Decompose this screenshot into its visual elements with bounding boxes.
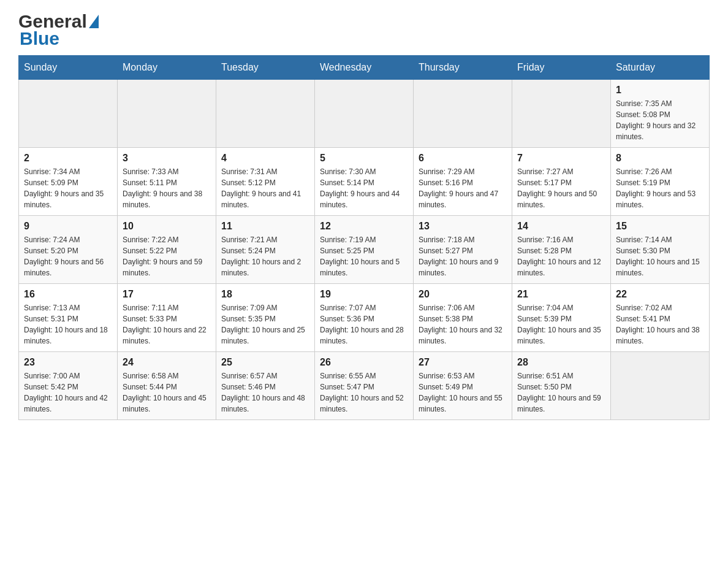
day-number: 16 xyxy=(24,289,112,300)
day-number: 8 xyxy=(616,153,704,164)
day-info: Sunrise: 7:35 AMSunset: 5:08 PMDaylight:… xyxy=(616,98,704,142)
calendar-cell: 11Sunrise: 7:21 AMSunset: 5:24 PMDayligh… xyxy=(216,216,315,284)
day-number: 2 xyxy=(24,153,112,164)
weekday-header-saturday: Saturday xyxy=(611,56,710,80)
day-number: 27 xyxy=(419,357,507,368)
day-info: Sunrise: 7:30 AMSunset: 5:14 PMDaylight:… xyxy=(320,166,408,210)
calendar-week-row: 9Sunrise: 7:24 AMSunset: 5:20 PMDaylight… xyxy=(19,216,710,284)
logo-triangle-icon xyxy=(89,15,99,28)
calendar-week-row: 16Sunrise: 7:13 AMSunset: 5:31 PMDayligh… xyxy=(19,284,710,352)
day-number: 4 xyxy=(221,153,309,164)
day-info: Sunrise: 7:02 AMSunset: 5:41 PMDaylight:… xyxy=(616,302,704,347)
calendar-cell: 19Sunrise: 7:07 AMSunset: 5:36 PMDayligh… xyxy=(315,284,414,352)
calendar-cell: 5Sunrise: 7:30 AMSunset: 5:14 PMDaylight… xyxy=(315,148,414,216)
day-number: 9 xyxy=(24,221,112,232)
day-info: Sunrise: 7:34 AMSunset: 5:09 PMDaylight:… xyxy=(24,166,112,210)
day-number: 5 xyxy=(320,153,408,164)
weekday-header-thursday: Thursday xyxy=(414,56,512,80)
calendar-cell: 8Sunrise: 7:26 AMSunset: 5:19 PMDaylight… xyxy=(611,148,710,216)
day-info: Sunrise: 7:31 AMSunset: 5:12 PMDaylight:… xyxy=(221,166,309,210)
calendar-cell: 9Sunrise: 7:24 AMSunset: 5:20 PMDaylight… xyxy=(19,216,118,284)
calendar-week-row: 23Sunrise: 7:00 AMSunset: 5:42 PMDayligh… xyxy=(19,352,710,420)
day-info: Sunrise: 7:24 AMSunset: 5:20 PMDaylight:… xyxy=(24,234,112,278)
calendar-cell xyxy=(216,80,315,148)
day-number: 25 xyxy=(221,357,309,368)
calendar-cell: 12Sunrise: 7:19 AMSunset: 5:25 PMDayligh… xyxy=(315,216,414,284)
day-info: Sunrise: 7:26 AMSunset: 5:19 PMDaylight:… xyxy=(616,166,704,210)
calendar-cell: 26Sunrise: 6:55 AMSunset: 5:47 PMDayligh… xyxy=(315,352,414,420)
day-info: Sunrise: 7:13 AMSunset: 5:31 PMDaylight:… xyxy=(24,302,112,347)
calendar-cell xyxy=(512,80,611,148)
calendar-cell: 16Sunrise: 7:13 AMSunset: 5:31 PMDayligh… xyxy=(19,284,118,352)
day-number: 18 xyxy=(221,289,309,300)
day-info: Sunrise: 6:57 AMSunset: 5:46 PMDaylight:… xyxy=(221,370,309,415)
day-info: Sunrise: 7:14 AMSunset: 5:30 PMDaylight:… xyxy=(616,234,704,278)
day-info: Sunrise: 7:22 AMSunset: 5:22 PMDaylight:… xyxy=(123,234,211,278)
day-number: 19 xyxy=(320,289,408,300)
day-info: Sunrise: 7:04 AMSunset: 5:39 PMDaylight:… xyxy=(517,302,605,347)
day-number: 3 xyxy=(123,153,211,164)
weekday-header-wednesday: Wednesday xyxy=(315,56,414,80)
day-number: 6 xyxy=(419,153,507,164)
day-info: Sunrise: 6:53 AMSunset: 5:49 PMDaylight:… xyxy=(419,370,507,415)
day-number: 7 xyxy=(517,153,605,164)
day-number: 21 xyxy=(517,289,605,300)
calendar-table: SundayMondayTuesdayWednesdayThursdayFrid… xyxy=(18,55,710,420)
day-number: 24 xyxy=(123,357,211,368)
day-number: 13 xyxy=(419,221,507,232)
calendar-cell: 2Sunrise: 7:34 AMSunset: 5:09 PMDaylight… xyxy=(19,148,118,216)
day-info: Sunrise: 6:51 AMSunset: 5:50 PMDaylight:… xyxy=(517,370,605,415)
calendar-cell: 15Sunrise: 7:14 AMSunset: 5:30 PMDayligh… xyxy=(611,216,710,284)
day-info: Sunrise: 7:21 AMSunset: 5:24 PMDaylight:… xyxy=(221,234,309,278)
day-number: 15 xyxy=(616,221,704,232)
day-info: Sunrise: 6:55 AMSunset: 5:47 PMDaylight:… xyxy=(320,370,408,415)
calendar-cell: 27Sunrise: 6:53 AMSunset: 5:49 PMDayligh… xyxy=(414,352,512,420)
day-info: Sunrise: 7:07 AMSunset: 5:36 PMDaylight:… xyxy=(320,302,408,347)
day-info: Sunrise: 7:06 AMSunset: 5:38 PMDaylight:… xyxy=(419,302,507,347)
day-info: Sunrise: 7:09 AMSunset: 5:35 PMDaylight:… xyxy=(221,302,309,347)
day-number: 23 xyxy=(24,357,112,368)
calendar-cell: 3Sunrise: 7:33 AMSunset: 5:11 PMDaylight… xyxy=(118,148,216,216)
calendar-cell: 14Sunrise: 7:16 AMSunset: 5:28 PMDayligh… xyxy=(512,216,611,284)
day-info: Sunrise: 7:18 AMSunset: 5:27 PMDaylight:… xyxy=(419,234,507,278)
day-number: 11 xyxy=(221,221,309,232)
calendar-cell: 4Sunrise: 7:31 AMSunset: 5:12 PMDaylight… xyxy=(216,148,315,216)
calendar-cell xyxy=(315,80,414,148)
page-header: General Blue xyxy=(18,12,710,49)
calendar-cell: 25Sunrise: 6:57 AMSunset: 5:46 PMDayligh… xyxy=(216,352,315,420)
calendar-cell: 10Sunrise: 7:22 AMSunset: 5:22 PMDayligh… xyxy=(118,216,216,284)
calendar-cell: 13Sunrise: 7:18 AMSunset: 5:27 PMDayligh… xyxy=(414,216,512,284)
calendar-cell: 23Sunrise: 7:00 AMSunset: 5:42 PMDayligh… xyxy=(19,352,118,420)
calendar-cell: 20Sunrise: 7:06 AMSunset: 5:38 PMDayligh… xyxy=(414,284,512,352)
weekday-header-tuesday: Tuesday xyxy=(216,56,315,80)
calendar-cell xyxy=(611,352,710,420)
day-number: 20 xyxy=(419,289,507,300)
calendar-week-row: 1Sunrise: 7:35 AMSunset: 5:08 PMDaylight… xyxy=(19,80,710,148)
calendar-header-row: SundayMondayTuesdayWednesdayThursdayFrid… xyxy=(19,56,710,80)
day-info: Sunrise: 7:29 AMSunset: 5:16 PMDaylight:… xyxy=(419,166,507,210)
day-number: 22 xyxy=(616,289,704,300)
day-number: 26 xyxy=(320,357,408,368)
day-number: 28 xyxy=(517,357,605,368)
day-number: 17 xyxy=(123,289,211,300)
calendar-cell: 7Sunrise: 7:27 AMSunset: 5:17 PMDaylight… xyxy=(512,148,611,216)
calendar-cell: 17Sunrise: 7:11 AMSunset: 5:33 PMDayligh… xyxy=(118,284,216,352)
weekday-header-sunday: Sunday xyxy=(19,56,118,80)
calendar-cell: 22Sunrise: 7:02 AMSunset: 5:41 PMDayligh… xyxy=(611,284,710,352)
calendar-cell xyxy=(414,80,512,148)
day-info: Sunrise: 7:33 AMSunset: 5:11 PMDaylight:… xyxy=(123,166,211,210)
day-info: Sunrise: 6:58 AMSunset: 5:44 PMDaylight:… xyxy=(123,370,211,415)
calendar-cell: 6Sunrise: 7:29 AMSunset: 5:16 PMDaylight… xyxy=(414,148,512,216)
calendar-cell: 28Sunrise: 6:51 AMSunset: 5:50 PMDayligh… xyxy=(512,352,611,420)
calendar-cell xyxy=(118,80,216,148)
calendar-cell: 18Sunrise: 7:09 AMSunset: 5:35 PMDayligh… xyxy=(216,284,315,352)
day-number: 12 xyxy=(320,221,408,232)
logo-blue-text: Blue xyxy=(20,28,59,48)
day-info: Sunrise: 7:19 AMSunset: 5:25 PMDaylight:… xyxy=(320,234,408,278)
calendar-cell xyxy=(19,80,118,148)
day-number: 1 xyxy=(616,85,704,96)
calendar-cell: 24Sunrise: 6:58 AMSunset: 5:44 PMDayligh… xyxy=(118,352,216,420)
calendar-cell: 1Sunrise: 7:35 AMSunset: 5:08 PMDaylight… xyxy=(611,80,710,148)
day-info: Sunrise: 7:27 AMSunset: 5:17 PMDaylight:… xyxy=(517,166,605,210)
day-info: Sunrise: 7:11 AMSunset: 5:33 PMDaylight:… xyxy=(123,302,211,347)
